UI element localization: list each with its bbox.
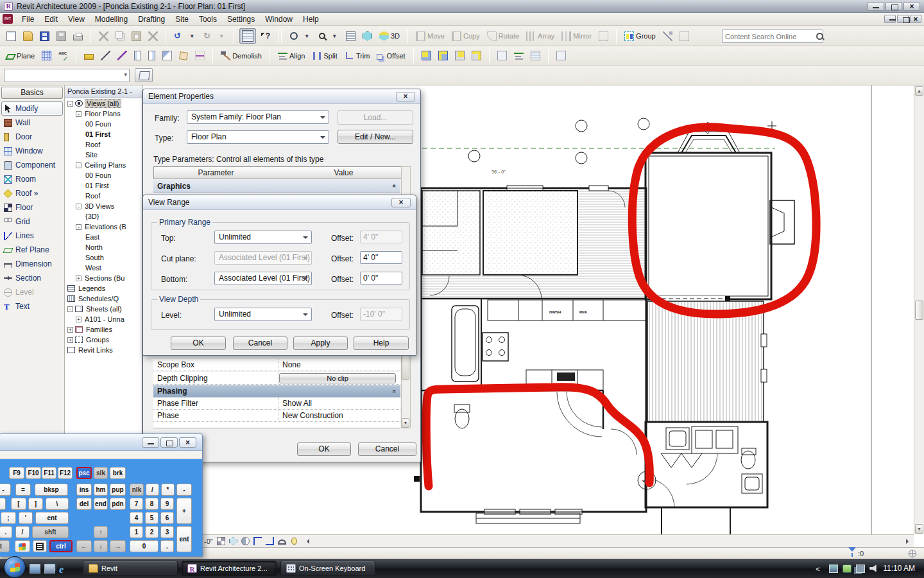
collapse-icon[interactable] — [76, 111, 81, 117]
zoom-button[interactable] — [316, 30, 329, 42]
grid-snap-button[interactable] — [39, 49, 54, 62]
scale-icon[interactable] — [217, 537, 225, 545]
osk-key-9[interactable]: 9 — [160, 498, 174, 510]
designbar-item-section[interactable]: Section — [1, 271, 63, 285]
designbar-item-text[interactable]: Text — [1, 299, 63, 313]
mdi-minimize-button[interactable] — [884, 15, 896, 23]
menu-edit[interactable]: Edit — [39, 13, 63, 25]
align-button[interactable]: Align — [275, 49, 307, 62]
table-row-phase[interactable]: Phase New Construction — [153, 410, 400, 422]
osk-key-0[interactable]: 0 — [130, 540, 158, 552]
spelling-button[interactable] — [56, 49, 71, 62]
cut-geometry-button[interactable] — [419, 49, 434, 62]
tree-item-3d-views[interactable]: 3D Views — [65, 201, 142, 211]
design-bar-tab-basics[interactable]: Basics — [1, 87, 63, 99]
delete-button[interactable] — [146, 30, 160, 43]
element-properties-button[interactable] — [135, 68, 153, 82]
osk-key-key[interactable]: ] — [28, 498, 43, 510]
scale-label-fragment[interactable]: -0" — [204, 538, 213, 545]
tree-item-3d[interactable]: {3D} — [65, 211, 142, 222]
filter-icon[interactable] — [848, 547, 856, 556]
osk-key-key[interactable]: + — [176, 498, 192, 524]
osk-key-key[interactable]: ' — [19, 512, 33, 524]
taskbar-button-revit[interactable]: Revit — [83, 561, 178, 576]
default-3d-view-button[interactable] — [360, 30, 375, 43]
redo-dropdown[interactable] — [218, 30, 228, 43]
show-desktop-icon[interactable] — [30, 564, 40, 574]
temporary-hide-bulb-icon[interactable] — [291, 538, 297, 545]
designbar-item-modify[interactable]: Modify — [1, 101, 63, 116]
save-button[interactable] — [37, 30, 52, 43]
tree-item-views-all[interactable]: Views (all) — [65, 98, 142, 109]
phasing-section-header[interactable]: Phasing — [153, 385, 400, 398]
osk-key-key[interactable]: . — [160, 540, 174, 552]
element-properties-ok-button[interactable]: OK — [297, 442, 351, 456]
osk-key-lt[interactable]: lt — [0, 540, 10, 552]
menu-window[interactable]: Window — [260, 13, 298, 25]
undo-dropdown[interactable] — [188, 30, 199, 43]
save-all-button[interactable] — [54, 30, 69, 43]
designbar-item-floor[interactable]: Floor — [1, 200, 63, 215]
menu-help[interactable]: Help — [298, 13, 324, 25]
tree-item-families[interactable]: Families — [65, 324, 142, 335]
display-tray-icon[interactable] — [829, 565, 838, 573]
vertical-scrollbar[interactable]: ▲ ▼ — [914, 85, 924, 534]
osk-key-end[interactable]: end — [94, 498, 108, 510]
no-clip-button[interactable]: No clip — [279, 373, 396, 383]
mirror-button[interactable]: Mirror — [559, 30, 594, 43]
osk-key-key[interactable]: ; — [1, 512, 16, 524]
menu-modelling[interactable]: Modelling — [90, 13, 133, 25]
osk-key-bksp[interactable]: bksp — [35, 484, 68, 496]
menu-file[interactable]: File — [17, 13, 39, 25]
designbar-item-window[interactable]: Window — [1, 144, 63, 158]
tree-item-groups[interactable]: Groups — [65, 335, 142, 345]
uncut-geometry-button[interactable] — [436, 49, 450, 62]
worksets-icon[interactable] — [909, 550, 916, 557]
collapse-icon[interactable] — [76, 204, 81, 209]
array-button[interactable]: Array — [524, 30, 557, 43]
osk-key-nlk[interactable]: nlk — [130, 484, 144, 496]
tree-item-east[interactable]: East — [65, 232, 142, 242]
bottom-combo[interactable]: Associated Level (01 First) — [214, 272, 312, 285]
undo-button[interactable] — [171, 30, 186, 43]
project-browser-toggle[interactable] — [239, 28, 256, 44]
copy-clipboard-button[interactable] — [113, 30, 127, 42]
tree-item-01-first[interactable]: 01 First — [65, 180, 142, 191]
zoom-dropdown[interactable] — [330, 30, 341, 43]
table-row-phase-filter[interactable]: Phase Filter Show All — [153, 398, 400, 410]
close-button[interactable] — [903, 2, 920, 11]
beam-joins-button[interactable] — [511, 49, 526, 62]
redo-button[interactable] — [201, 30, 216, 43]
scroll-thumb[interactable] — [915, 301, 923, 320]
minimize-button[interactable] — [868, 2, 884, 11]
osk-key-ctrl[interactable]: ctrl — [49, 540, 73, 552]
osk-key-key[interactable]: = — [15, 484, 31, 496]
paint-button[interactable] — [115, 49, 130, 62]
volume-tray-icon[interactable] — [869, 565, 878, 573]
level-combo[interactable]: Unlimited — [214, 308, 312, 321]
designbar-item-roof[interactable]: Roof » — [1, 186, 63, 200]
edit-new-button[interactable]: Edit / New... — [338, 130, 413, 144]
close-icon[interactable] — [396, 92, 415, 101]
view-range-cancel-button[interactable]: Cancel — [233, 337, 287, 350]
properties-scroll-down-icon[interactable]: ▼ — [402, 418, 409, 428]
type-selector-combo[interactable] — [4, 69, 130, 82]
type-combo[interactable]: Floor Plan — [187, 130, 329, 144]
collapse-icon[interactable] — [67, 306, 73, 312]
close-icon[interactable] — [391, 198, 411, 207]
osk-key-psc[interactable]: psc — [76, 467, 92, 479]
view-range-titlebar[interactable]: View Range — [143, 195, 416, 210]
cut-plane-combo[interactable]: Associated Level (01 First) — [214, 251, 312, 265]
linework-left-button[interactable] — [132, 49, 144, 62]
reveal-hidden-glasses-icon[interactable] — [278, 539, 286, 545]
tree-item-floor-plans[interactable]: Floor Plans — [65, 109, 142, 119]
clock[interactable]: 11:10 AM — [883, 564, 915, 573]
osk-key-ent[interactable]: ent — [176, 526, 192, 552]
tree-item-west[interactable]: West — [65, 263, 142, 273]
family-combo[interactable]: System Family: Floor Plan — [187, 110, 329, 124]
cut-offset-field[interactable]: 4' 0" — [360, 251, 402, 264]
osk-key-key[interactable]: → — [110, 540, 126, 552]
taskbar-button-revit-architecture-2[interactable]: Revit Architecture 2... — [182, 561, 277, 576]
view-range-ok-button[interactable]: OK — [171, 337, 226, 350]
open-button[interactable] — [21, 30, 35, 43]
